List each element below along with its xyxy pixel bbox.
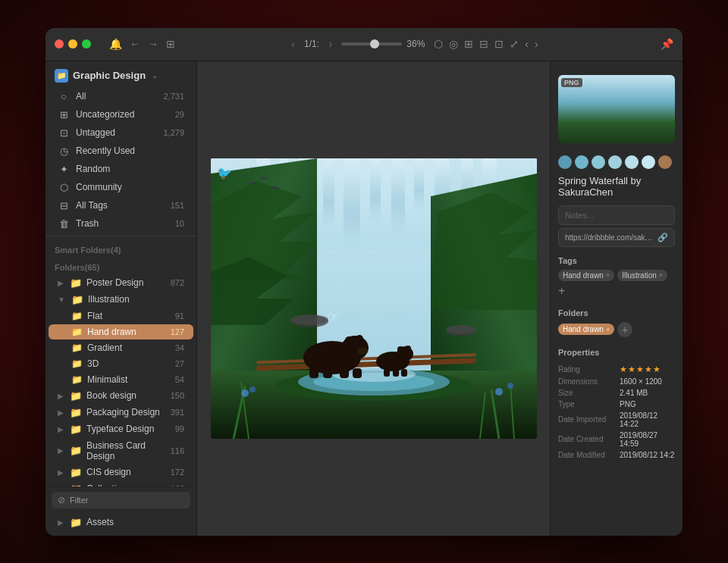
folder-cis[interactable]: ▶ 📁 CIS design 172 [49,464,193,480]
right-panel: PNG Spring Waterfall by SakuraChen Notes… [550,61,682,536]
expand-down-icon: ▼ [58,296,65,304]
typeface-expand-icon: ▶ [58,425,64,433]
subfolder-gradient[interactable]: 📁 Gradient 34 [49,340,193,355]
arrow-right-icon[interactable]: → [148,38,158,50]
property-rating: Rating ★ ★ ★ ★ ★ [558,363,675,376]
subfolder-hand-drawn[interactable]: 📁 Hand drawn 127 [49,324,193,339]
property-date-imported: Date Imported 2019/08/12 14:22 [558,410,675,430]
tag-illustration-remove[interactable]: × [659,271,663,279]
folder-business-card[interactable]: ▶ 📁 Business Card Design 116 [49,438,193,464]
add-tag-button[interactable]: + [558,284,565,298]
share-icon[interactable]: ⬡ [434,38,443,50]
sidebar-item-all-tags[interactable]: ⊟ All Tags 151 [49,197,193,214]
folders-area: Hand drawn × + [551,321,682,342]
nav-arrows: ‹ [291,38,295,50]
cis-folder-icon: 📁 [70,467,82,478]
link-icon: 🔗 [657,233,668,242]
filter-label: Filter [70,496,88,505]
filter-bar[interactable]: ⊘ Filter [52,492,190,508]
panel-link[interactable]: https://dribbble.com/sakurac 🔗 [558,228,675,247]
untagged-icon: ⊡ [58,127,70,139]
chevron-right-icon[interactable]: › [535,38,538,50]
folder-tag-hand-drawn[interactable]: Hand drawn × [558,324,614,335]
packaging-folder-icon: 📁 [70,407,82,418]
folder-illustration[interactable]: ▼ 📁 Illustration [49,292,193,308]
swatch-1[interactable] [558,155,572,169]
subfolder-minimalist-label: Minimalist [87,374,171,385]
subfolder-hand-drawn-label: Hand drawn [87,327,166,337]
folder-packaging-label: Packaging Design [86,407,166,418]
pin-icon[interactable]: 📌 [661,38,673,50]
rating-stars[interactable]: ★ ★ ★ ★ ★ [620,364,661,374]
svg-rect-41 [401,369,407,377]
svg-rect-9 [391,158,405,234]
gradient-folder-icon: 📁 [71,342,83,353]
folder-assets[interactable]: ▶ 📁 Assets [49,515,193,530]
folder-tag-hand-drawn-label: Hand drawn [563,325,604,333]
folder-poster-design[interactable]: ▶ 📁 Poster Design 872 [49,275,193,291]
columns-icon[interactable]: ⊞ [464,38,473,50]
minimize-button[interactable] [68,39,77,48]
grid-icon[interactable]: ⊞ [166,38,175,50]
folder-typeface[interactable]: ▶ 📁 Typeface Design 99 [49,421,193,437]
sidebar-item-untagged[interactable]: ⊡ Untagged 1,279 [49,124,193,142]
sidebar-item-trash[interactable]: 🗑 Trash 10 [49,215,193,233]
panel-notes[interactable]: Notes... [558,205,675,225]
chevron-left-icon[interactable]: ‹ [525,38,529,50]
subfolder-flat[interactable]: 📁 Flat 91 [49,308,193,324]
swatch-6[interactable] [642,155,655,169]
svg-rect-34 [353,368,362,378]
panel-title: Spring Waterfall by SakuraChen [551,172,682,202]
cis-expand-icon: ▶ [58,468,64,477]
sidebar-item-random[interactable]: ✦ Random [49,161,193,178]
property-date-modified: Date Modified 2019/08/12 14:2 [558,449,675,461]
add-folder-button[interactable]: + [617,322,632,337]
tag-illustration[interactable]: Illustration × [617,270,667,281]
folder-book-design[interactable]: ▶ 📁 Book design 150 [49,388,193,404]
random-icon: ✦ [58,164,70,175]
assets-folder-icon: 📁 [70,517,82,528]
svg-point-29 [356,335,363,342]
all-tags-icon: ⊟ [58,200,70,211]
star-1: ★ [620,364,627,374]
zoom-label: 36% [406,39,425,49]
folder-tag-remove[interactable]: × [606,326,610,333]
close-button[interactable] [55,39,64,48]
center-pane: 🐦 ☞ [197,61,550,536]
tag-hand-drawn[interactable]: Hand drawn × [558,270,614,281]
sidebar-item-all[interactable]: ○ All 2,731 [49,88,193,105]
subfolder-3d[interactable]: 📁 3D 27 [49,356,193,371]
sidebar-item-community[interactable]: ⬡ Community [49,179,193,196]
swatch-2[interactable] [575,155,588,169]
date-modified-value: 2019/08/12 14:2 [620,451,675,459]
svg-rect-8 [370,158,381,223]
grid2-icon[interactable]: ⊡ [494,38,504,50]
tag-hand-drawn-remove[interactable]: × [606,271,610,279]
sidebar-item-recently-used[interactable]: ◷ Recently Used [49,142,193,160]
forward-arrow[interactable]: › [328,37,332,51]
subfolder-minimalist[interactable]: 📁 Minimalist 54 [49,372,193,387]
expand-icon[interactable]: ⤢ [510,38,519,50]
folder-packaging[interactable]: ▶ 📁 Packaging Design 391 [49,405,193,421]
book-expand-icon: ▶ [58,392,64,400]
swatch-3[interactable] [592,155,605,169]
copy-icon[interactable]: ⊟ [479,38,488,50]
maximize-button[interactable] [82,39,91,48]
swatch-4[interactable] [608,155,622,169]
date-created-label: Date Created [558,435,615,443]
subfolder-flat-count: 91 [175,311,184,321]
expand-icon: ▶ [58,279,64,287]
back-arrow[interactable]: ‹ [291,38,295,50]
swatch-7[interactable] [658,155,672,169]
loop-icon[interactable]: ◎ [449,38,458,50]
sidebar-item-uncategorized[interactable]: ⊞ Uncategorized 29 [49,106,193,124]
dimensions-label: Dimensions [558,377,615,386]
subfolder-3d-label: 3D [87,358,171,369]
bell-icon[interactable]: 🔔 [109,38,122,50]
swatch-5[interactable] [625,155,639,169]
arrow-left-icon[interactable]: ← [130,38,140,50]
title-bar: 🔔 ← → ⊞ ‹ 1/1: › 36% ⬡ ◎ ⊞ ⊟ [46,28,682,61]
zoom-slider[interactable] [341,42,402,45]
folder-poster-design-label: Poster Design [86,277,166,288]
svg-point-38 [405,346,411,352]
